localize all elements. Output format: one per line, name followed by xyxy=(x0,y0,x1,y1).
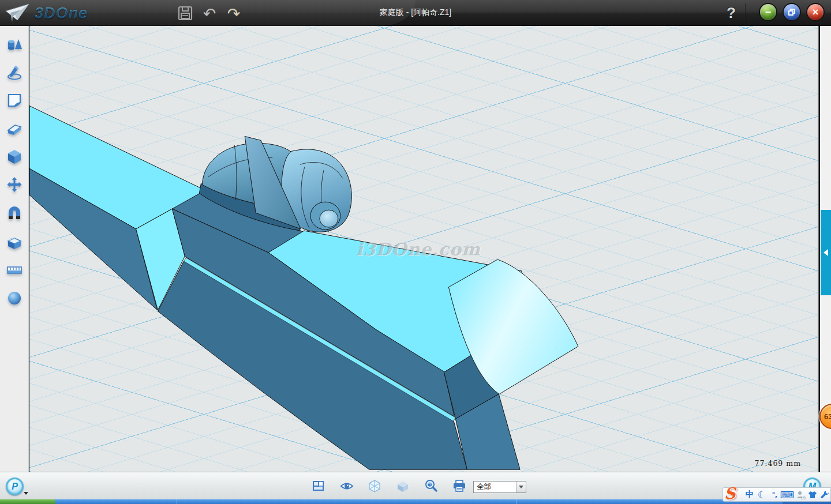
magnifier-icon xyxy=(424,479,438,493)
shaded-cube-icon xyxy=(396,480,409,492)
sidebar-tool-open-box[interactable] xyxy=(4,231,25,252)
restore-icon xyxy=(788,9,795,16)
ruler-icon xyxy=(6,261,23,279)
minimize-button[interactable]: − xyxy=(760,4,776,20)
title-bar: 3DOne ↶ ↷ 家庭版 - [阿帕奇.Z1] ? − × xyxy=(0,0,831,26)
chevron-left-icon xyxy=(823,249,828,256)
save-button[interactable] xyxy=(177,5,194,22)
tool-sidebar xyxy=(0,26,29,472)
viewport-3d[interactable]: i3DOne.com 77.469 mm xyxy=(29,26,819,472)
zoom-button[interactable] xyxy=(424,479,438,493)
ime-toolbar: S 中 ☾ °‚ ⌨ 19 xyxy=(723,487,831,502)
eraser-icon xyxy=(6,121,23,138)
paper-plane-icon xyxy=(5,3,30,24)
model-faces xyxy=(29,106,578,470)
move-arrows-icon xyxy=(6,176,23,194)
profile-button[interactable]: P xyxy=(6,477,24,495)
tshirt-icon xyxy=(808,491,817,499)
magnet-icon xyxy=(6,205,23,222)
taskbar-separator xyxy=(177,499,177,504)
chevron-down-icon xyxy=(519,486,523,488)
panel-expand-tab[interactable] xyxy=(821,210,831,295)
primitive-solids-icon xyxy=(6,36,23,54)
printer-icon xyxy=(452,480,466,492)
half-moon-icon[interactable]: ☾ xyxy=(757,488,768,501)
profile-dropdown-caret[interactable] xyxy=(24,492,28,495)
user-stat-count: 19 xyxy=(800,496,806,501)
sidebar-tool-magnet-assembly[interactable] xyxy=(4,203,25,224)
sketch-plane-icon xyxy=(6,92,23,109)
user-stats-icon[interactable]: 19 xyxy=(795,488,806,501)
punctuation-icon[interactable]: °‚ xyxy=(769,488,780,501)
sidebar-tool-move-transform[interactable] xyxy=(4,175,25,195)
open-box-icon xyxy=(6,233,23,250)
combo-arrow-button[interactable] xyxy=(516,482,526,492)
dimension-readout: 77.469 mm xyxy=(755,459,801,468)
redo-button[interactable]: ↷ xyxy=(225,5,242,22)
display-filter-value: 全部 xyxy=(474,482,516,492)
cylinder-bore xyxy=(320,210,338,227)
sidebar-tool-sketch-plane[interactable] xyxy=(4,90,25,111)
wireframe-view-button[interactable] xyxy=(368,479,381,493)
skin-shirt-icon[interactable] xyxy=(807,488,818,501)
restore-button[interactable] xyxy=(784,4,800,20)
sidebar-tool-eraser-edit[interactable] xyxy=(4,119,25,140)
sidebar-tool-measure-ruler[interactable] xyxy=(4,259,25,280)
sidebar-tool-primitive-solids[interactable] xyxy=(4,35,25,55)
ime-language-toggle[interactable]: 中 xyxy=(744,488,755,501)
ime-settings-icon[interactable] xyxy=(819,488,831,501)
sidebar-tool-sketch-draw[interactable] xyxy=(4,62,25,83)
print-button[interactable] xyxy=(452,479,466,493)
undo-button[interactable]: ↶ xyxy=(201,5,218,22)
layout-plane-button[interactable] xyxy=(312,479,325,493)
sidebar-tool-material-sphere[interactable] xyxy=(4,288,25,309)
sogou-logo-icon[interactable]: S xyxy=(724,484,736,502)
os-taskbar-edge xyxy=(0,499,831,504)
eye-icon xyxy=(340,480,354,492)
taskbar-separator xyxy=(516,499,516,504)
status-toolbar: P xyxy=(0,472,831,499)
sketch-pencil-icon xyxy=(6,64,23,81)
close-button[interactable]: × xyxy=(807,4,823,20)
sidebar-tool-feature-cube[interactable] xyxy=(4,146,25,167)
watermark: i3DOne.com xyxy=(356,239,481,259)
wireframe-cube-icon xyxy=(368,480,381,492)
soft-keyboard-icon[interactable]: ⌨ xyxy=(781,488,793,501)
shaded-view-button[interactable] xyxy=(396,479,410,493)
brand-text: 3DOne xyxy=(35,5,88,22)
display-filter-select[interactable]: 全部 xyxy=(473,481,526,493)
start-button-edge[interactable] xyxy=(0,499,55,504)
sphere-icon xyxy=(6,289,23,307)
app-logo: 3DOne xyxy=(5,2,88,24)
titlebar-separator xyxy=(746,3,746,22)
plane-layout-icon xyxy=(312,480,325,492)
cube-icon xyxy=(6,148,23,166)
help-button[interactable]: ? xyxy=(721,2,741,23)
visibility-button[interactable] xyxy=(340,479,354,493)
save-floppy-icon xyxy=(178,6,193,21)
wrench-icon xyxy=(821,490,829,499)
